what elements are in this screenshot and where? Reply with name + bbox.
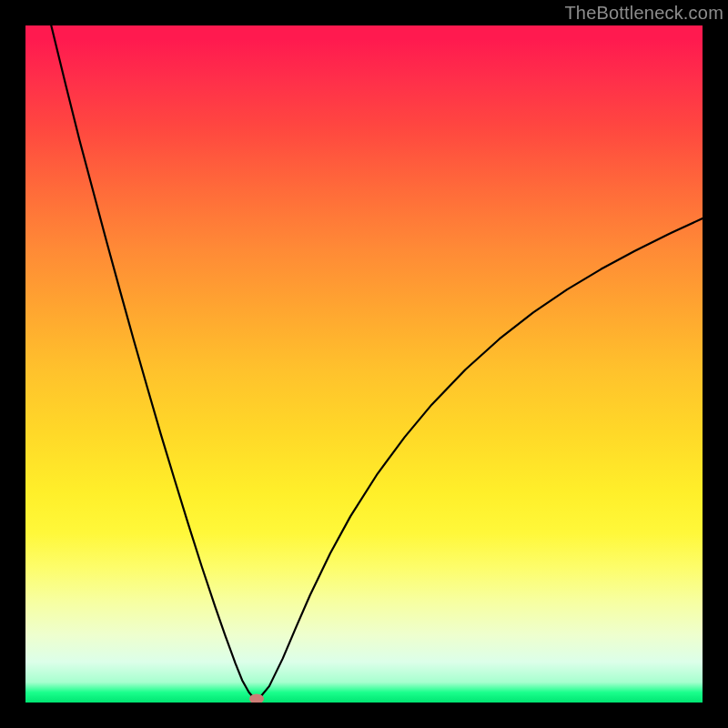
optimal-point-marker — [249, 693, 264, 703]
bottleneck-curve — [25, 25, 703, 703]
plot-area — [25, 25, 703, 703]
chart-frame: TheBottleneck.com — [0, 0, 728, 728]
watermark-text: TheBottleneck.com — [564, 3, 723, 24]
